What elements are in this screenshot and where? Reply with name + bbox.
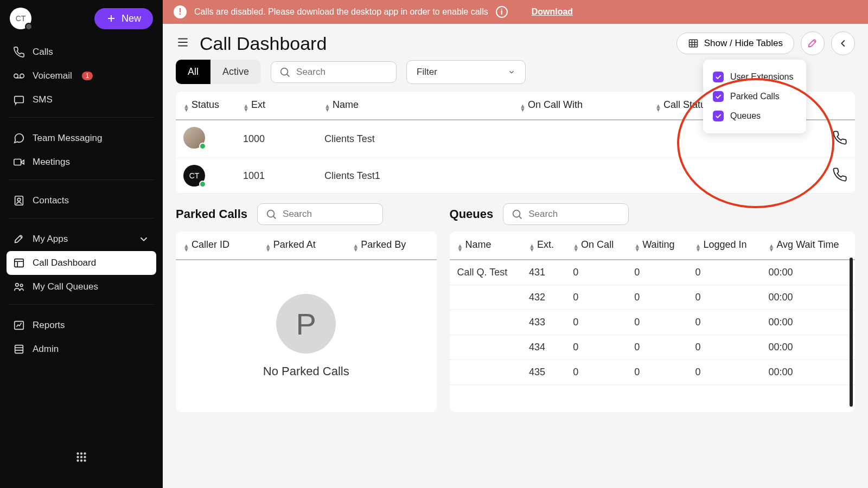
cell-name: Clients Test1 [317,158,512,194]
cell-q-avgwait: 00:00 [761,285,855,310]
collapse-button[interactable] [831,31,855,55]
sms-icon [13,94,25,106]
svg-rect-3 [14,159,21,165]
sidebar-item-label: Call Dashboard [33,258,96,268]
nav-separator [9,179,154,180]
sidebar-item-my-apps[interactable]: My Apps [7,227,156,251]
table-row[interactable]: 43300000:00 [450,310,855,335]
col-status[interactable]: ▲▼Status [176,92,235,120]
cell-q-name [450,310,522,335]
col-q-ext[interactable]: ▲▼Ext. [521,232,565,260]
cell-q-waiting: 0 [627,285,687,310]
info-icon[interactable]: i [496,6,508,18]
extensions-search[interactable] [271,61,397,83]
sidebar-item-team-messaging[interactable]: Team Messaging [7,126,156,150]
voicemail-badge: 1 [82,72,93,80]
sidebar-item-calls[interactable]: Calls [7,40,156,64]
rocket-icon [807,37,819,49]
cell-q-name [450,360,522,385]
new-button[interactable]: New [94,8,153,29]
search-input[interactable] [296,67,388,78]
call-button[interactable] [832,137,847,147]
col-ext[interactable]: ▲▼Ext [235,92,317,120]
search-input[interactable] [283,209,375,220]
sidebar-item-meetings[interactable]: Meetings [7,150,156,174]
sidebar-item-voicemail[interactable]: Voicemail 1 [7,64,156,88]
col-q-loggedin[interactable]: ▲▼Logged In [688,232,761,260]
avatar-initials: CT [16,14,26,23]
search-input[interactable] [528,209,621,220]
empty-circle-icon: P [276,294,336,354]
download-link[interactable]: Download [532,7,573,17]
cell-q-avgwait: 00:00 [761,260,855,285]
alert-bar: ! Calls are disabled. Please download th… [163,0,868,24]
svg-point-17 [76,459,79,461]
tab-active[interactable]: Active [210,60,261,84]
cell-q-oncall: 0 [565,310,627,335]
svg-point-18 [80,459,82,461]
sidebar-item-label: My Call Queues [33,281,98,292]
cell-q-ext: 432 [521,285,565,310]
dropdown-item-parked-calls[interactable]: Parked Calls [713,87,796,106]
col-q-name[interactable]: ▲▼Name [450,232,522,260]
sidebar-item-call-dashboard[interactable]: Call Dashboard [7,251,156,275]
col-q-waiting[interactable]: ▲▼Waiting [627,232,687,260]
cell-q-name: Call Q. Test [450,260,522,285]
main-region: ! Calls are disabled. Please download th… [163,0,868,488]
scrollbar[interactable] [850,258,853,407]
nav-separator [9,304,154,305]
svg-point-7 [16,284,18,287]
table-row[interactable]: CT1001Clients Test1 [176,158,855,194]
col-parked-at[interactable]: ▲▼Parked At [258,232,346,260]
col-q-avgwait[interactable]: ▲▼Avg Wait Time [761,232,855,260]
col-caller-id[interactable]: ▲▼Caller ID [176,232,258,260]
nav-group-collab: Team Messaging Meetings [7,126,156,174]
svg-point-13 [84,452,86,454]
svg-point-0 [14,74,18,78]
sidebar-item-my-call-queues[interactable]: My Call Queues [7,275,156,299]
tab-all[interactable]: All [176,60,210,84]
user-avatar[interactable]: CT [10,8,31,29]
dialpad-icon [74,450,88,464]
menu-toggle[interactable] [176,35,190,52]
table-row[interactable]: 43400000:00 [450,335,855,360]
col-parked-by[interactable]: ▲▼Parked By [345,232,436,260]
queues-search[interactable] [503,203,629,225]
page-title: Call Dashboard [200,33,327,54]
col-q-oncall[interactable]: ▲▼On Call [565,232,627,260]
table-row[interactable]: 43200000:00 [450,285,855,310]
queues-title: Queues [450,207,494,221]
sidebar-item-sms[interactable]: SMS [7,88,156,112]
empty-text: No Parked Calls [263,364,349,378]
sidebar-item-reports[interactable]: Reports [7,313,156,337]
cell-q-waiting: 0 [627,360,687,385]
sidebar-item-contacts[interactable]: Contacts [7,189,156,213]
svg-rect-10 [15,345,23,354]
cell-q-ext: 434 [521,335,565,360]
rocket-action-button[interactable] [801,31,825,55]
voicemail-icon [13,70,25,82]
dropdown-item-user-extensions[interactable]: User Extensions [713,67,796,87]
dropdown-item-queues[interactable]: Queues [713,106,796,126]
sidebar-item-label: My Apps [33,234,68,245]
table-row[interactable]: Call Q. Test43100000:00 [450,260,855,285]
table-row[interactable]: 43500000:00 [450,360,855,385]
col-name[interactable]: ▲▼Name [317,92,512,120]
svg-point-23 [513,210,520,217]
svg-point-1 [20,74,24,78]
sidebar-item-label: Reports [33,320,65,331]
nav-group-admin: Reports Admin [7,313,156,361]
alert-icon: ! [174,5,187,18]
parked-search[interactable] [257,203,383,225]
show-hide-tables-button[interactable]: Show / Hide Tables [676,33,794,54]
sidebar-item-admin[interactable]: Admin [7,337,156,361]
row-avatar: CT [183,165,205,187]
checkbox-checked-icon [713,111,724,121]
dialpad-button[interactable] [74,450,88,466]
call-button[interactable] [832,174,847,184]
cell-q-ext: 435 [521,360,565,385]
col-oncall-with[interactable]: ▲▼On Call With [512,92,648,120]
filter-dropdown[interactable]: Filter [406,60,526,84]
presence-dot [25,23,33,30]
cell-ext: 1001 [235,158,317,194]
